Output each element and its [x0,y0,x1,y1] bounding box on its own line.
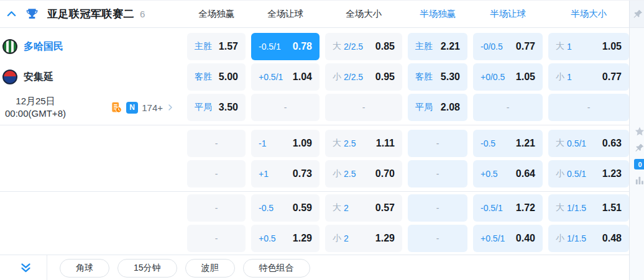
odds-group: --0.50.59大20.57--0.5/11.72大1/1.51.51-+0.… [0,192,629,255]
footer-divider [47,255,47,280]
odds-label: 小2.5 [333,168,356,179]
column-header-fulltime-handicap[interactable]: 全场让球 [251,8,320,20]
away-team-row: 安集延 [2,70,53,84]
stats-bars-icon[interactable] [634,175,644,186]
odds-value: 0.57 [375,202,395,214]
odds-label: 大2 [333,202,349,214]
odds-value: 0.40 [516,233,535,244]
odds-value: 1.57 [219,41,238,52]
odds-row: --0.50.59大20.57--0.5/11.72大1/1.51.51 [0,194,629,222]
column-header-fulltime-1x2[interactable]: 全场独赢 [187,8,246,20]
odds-label: +0/0.5 [481,72,505,82]
odds-cell[interactable]: +0.50.64 [473,160,543,187]
odds-label: 小1/1.5 [556,233,586,244]
odds-value: 5.30 [441,71,460,83]
odds-cell-empty: - [408,160,467,187]
odds-cell-selected[interactable]: -0.5/10.78 [251,33,320,60]
market-button-correct-score[interactable]: 波胆 [185,259,235,278]
notification-count-badge[interactable]: 0 [634,159,644,169]
odds-cell-empty: - [251,94,320,121]
market-button-corners[interactable]: 角球 [60,259,109,278]
odds-label: 小2/2.5 [333,71,363,83]
odds-cell[interactable]: 主胜1.57 [187,33,246,60]
odds-cell[interactable]: 小2/2.50.95 [325,63,402,91]
odds-cell[interactable]: -11.09 [251,130,320,157]
home-team-name[interactable]: 多哈国民 [24,40,63,53]
odds-label: 大2/2.5 [333,41,363,52]
odds-cell[interactable]: 平局2.08 [408,94,467,121]
odds-label: -0.5 [259,203,274,213]
odds-panel: 亚足联冠军联赛二 6 全场独赢 全场让球 全场大小 半场独赢 半场让球 半场大小… [0,0,644,280]
row-left-panel [0,130,182,157]
odds-value: 2.21 [441,41,460,52]
league-header: 亚足联冠军联赛二 6 全场独赢 全场让球 全场大小 半场独赢 半场让球 半场大小 [0,1,629,28]
odds-cell[interactable]: -0.51.21 [473,130,543,157]
odds-cell[interactable]: 大11.05 [548,33,629,60]
collapse-chevron-up-icon[interactable] [6,9,17,19]
odds-label: 主胜 [195,41,212,52]
odds-value: 0.78 [293,41,312,52]
odds-label: -0.5/1 [259,42,281,52]
odds-cell-empty: - [187,194,246,222]
odds-label: 大1 [556,41,572,52]
footer-bar: 角球 15分钟 波胆 特色组合 [0,255,629,280]
odds-cell[interactable]: +0/0.51.05 [473,63,543,91]
row-left-panel: 安集延 [0,63,182,91]
market-button-15min[interactable]: 15分钟 [117,259,177,278]
odds-cell[interactable]: -0/0.50.77 [473,33,543,60]
market-button-special-combos[interactable]: 特色组合 [243,259,310,278]
odds-cell[interactable]: 小2.50.70 [325,160,402,187]
odds-cell[interactable]: 客胜5.00 [187,63,246,91]
odds-label: 大2.5 [333,138,356,149]
odds-cell[interactable]: 大0.5/10.63 [548,130,629,157]
odds-cell[interactable]: 小21.29 [325,225,402,252]
odds-value: 1.23 [602,168,622,179]
odds-value: 1.05 [602,41,622,52]
match-time: 00:00(GMT+8) [0,107,72,120]
away-team-crest-icon [2,70,17,84]
row-left-panel [0,225,182,252]
odds-value: 0.59 [293,202,312,214]
odds-row: 安集延 客胜5.00+0.5/11.04小2/2.50.95客胜5.30+0/0… [0,63,629,91]
odds-value: 0.73 [293,168,312,179]
odds-cell[interactable]: +0.5/11.04 [251,63,320,91]
odds-cell[interactable]: 大20.57 [325,194,402,222]
favorite-star-icon[interactable] [634,126,644,137]
odds-cell[interactable]: 小1/1.50.48 [548,225,629,252]
odds-label: -0.5/1 [481,203,503,213]
empty-odds-dash: - [284,102,287,112]
empty-odds-dash: - [215,169,218,179]
odds-cell[interactable]: +0.51.29 [251,225,320,252]
odds-cell[interactable]: +0.5/10.40 [473,225,543,252]
odds-label: 平局 [415,102,433,113]
odds-row: 多哈国民 主胜1.57-0.5/10.78大2/2.50.85主胜2.21-0/… [0,33,629,60]
column-header-halftime-handicap[interactable]: 半场让球 [473,8,543,20]
odds-cell[interactable]: 小10.77 [548,63,629,91]
odds-value: 0.77 [516,41,535,52]
pin-icon[interactable] [634,143,644,153]
odds-cell[interactable]: +10.73 [251,160,320,187]
odds-cell[interactable]: -0.50.59 [251,194,320,222]
pin-column-button[interactable] [630,1,644,28]
empty-odds-dash: - [507,102,510,112]
odds-cell[interactable]: 客胜5.30 [408,63,467,91]
odds-cell[interactable]: 大1/1.51.51 [548,194,629,222]
column-header-halftime-overunder[interactable]: 半场大小 [548,8,629,20]
odds-value: 0.85 [375,41,395,52]
odds-cell[interactable]: 小0.5/11.23 [548,160,629,187]
odds-cell[interactable]: 大2/2.50.85 [325,33,402,60]
away-team-name[interactable]: 安集延 [24,71,53,84]
match-date: 12月25日 [0,95,72,107]
odds-label: 大1/1.5 [556,202,586,214]
more-markets-link[interactable]: N 174+ [110,101,174,114]
odds-cell[interactable]: 主胜2.21 [408,33,467,60]
odds-cell[interactable]: -0.5/11.72 [473,194,543,222]
odds-cell[interactable]: 平局3.50 [187,94,246,121]
expand-double-chevron-down-icon[interactable] [20,262,32,274]
empty-odds-dash: - [436,138,439,148]
league-title[interactable]: 亚足联冠军联赛二 [47,7,134,21]
odds-label: 大0.5/1 [556,138,586,149]
odds-cell[interactable]: 大2.51.11 [325,130,402,157]
column-header-fulltime-overunder[interactable]: 全场大小 [325,8,402,20]
column-header-halftime-1x2[interactable]: 半场独赢 [408,8,467,20]
